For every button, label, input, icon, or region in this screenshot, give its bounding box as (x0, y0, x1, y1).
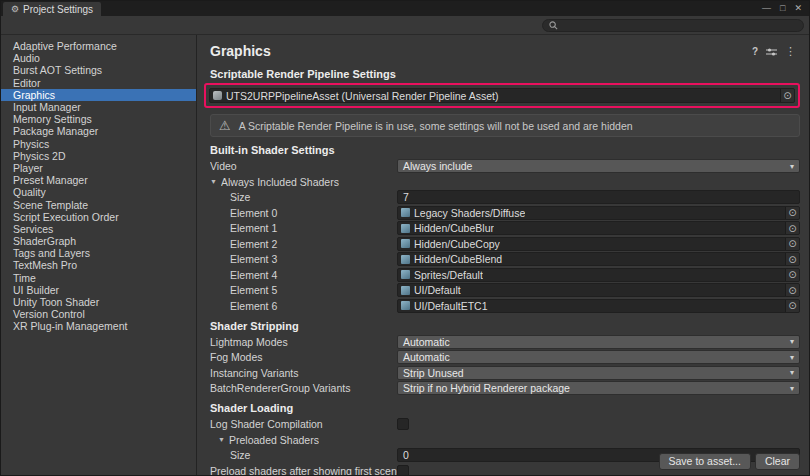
size-value: 7 (403, 191, 409, 203)
sidebar-item-label: TextMesh Pro (13, 259, 77, 271)
preset-icon[interactable] (766, 47, 777, 57)
sidebar-item-label: Physics (13, 138, 49, 150)
sidebar-item-burst-aot-settings[interactable]: Burst AOT Settings (1, 64, 196, 76)
shader-object-field[interactable]: Legacy Shaders/Diffuse ⊙ (397, 206, 800, 220)
minimize-button[interactable]: — (762, 4, 771, 13)
sidebar-item-physics[interactable]: Physics (1, 138, 196, 150)
object-picker-icon[interactable]: ⊙ (785, 269, 799, 281)
stripping-dropdown[interactable]: Automatic ▾ (397, 350, 800, 364)
video-row: Video Always include ▾ (210, 159, 800, 173)
preloaded-shaders-foldout[interactable]: ▼ Preloaded Shaders (218, 433, 800, 447)
chevron-down-icon: ▾ (790, 353, 794, 362)
shader-object-value: Hidden/CubeBlur (414, 222, 494, 234)
object-picker-icon[interactable]: ⊙ (785, 238, 799, 250)
maximize-button[interactable]: □ (780, 4, 785, 13)
sidebar-item-label: Physics 2D (13, 150, 66, 162)
page-title: Graphics (210, 43, 800, 59)
stripping-label: Instancing Variants (210, 367, 397, 379)
stripping-label: Fog Modes (210, 351, 397, 363)
object-picker-icon[interactable]: ⊙ (785, 207, 799, 219)
stripping-dropdown[interactable]: Automatic ▾ (397, 335, 800, 349)
sidebar-item-version-control[interactable]: Version Control (1, 308, 196, 320)
sidebar-item-label: Scene Template (13, 199, 88, 211)
sidebar-item-quality[interactable]: Quality (1, 186, 196, 198)
object-picker-icon[interactable]: ⊙ (785, 253, 799, 265)
close-button[interactable]: ✕ (794, 4, 802, 13)
chevron-down-icon: ▾ (790, 368, 794, 377)
shaders-size-row: Size 7 (210, 190, 800, 204)
sidebar-item-graphics[interactable]: Graphics (1, 89, 196, 101)
sidebar-item-audio[interactable]: Audio (1, 52, 196, 64)
sidebar-item-services[interactable]: Services (1, 223, 196, 235)
object-picker-icon[interactable]: ⊙ (785, 300, 799, 312)
foldout-triangle-icon: ▼ (218, 436, 229, 443)
stripping-dropdown[interactable]: Strip if no Hybrid Renderer package ▾ (397, 381, 800, 395)
annotation-highlight: UTS2URPPipelineAsset (Universal Render P… (204, 83, 800, 108)
sidebar-item-adaptive-performance[interactable]: Adaptive Performance (1, 40, 196, 52)
srp-asset-value: UTS2URPPipelineAsset (Universal Render P… (226, 90, 499, 102)
sidebar-item-memory-settings[interactable]: Memory Settings (1, 113, 196, 125)
sidebar-item-shadergraph[interactable]: ShaderGraph (1, 235, 196, 247)
shader-object-field[interactable]: Hidden/CubeCopy ⊙ (397, 237, 800, 251)
shader-object-value: Hidden/CubeBlend (414, 253, 502, 265)
shader-object-field[interactable]: Sprites/Default ⊙ (397, 268, 800, 282)
more-menu-icon[interactable]: ⋮ (785, 46, 796, 57)
clear-button[interactable]: Clear (755, 453, 800, 470)
srp-asset-field[interactable]: UTS2URPPipelineAsset (Universal Render P… (209, 88, 795, 103)
preloaded-shaders-label: Preloaded Shaders (229, 434, 319, 446)
titlebar: ⚙ Project Settings — □ ✕ (1, 1, 809, 16)
sidebar-item-textmesh-pro[interactable]: TextMesh Pro (1, 259, 196, 271)
chevron-down-icon: ▾ (790, 162, 794, 171)
save-to-asset-button[interactable]: Save to asset... (659, 453, 751, 470)
element-label: Element 1 (230, 222, 397, 234)
sidebar-item-editor[interactable]: Editor (1, 77, 196, 89)
shader-object-field[interactable]: UI/Default ⊙ (397, 283, 800, 297)
warning-icon: ⚠ (219, 119, 231, 132)
foldout-label: Always Included Shaders (221, 176, 339, 188)
sidebar-item-label: ShaderGraph (13, 235, 76, 247)
shader-object-field[interactable]: Hidden/CubeBlend ⊙ (397, 252, 800, 266)
sidebar-item-tags-and-layers[interactable]: Tags and Layers (1, 247, 196, 259)
sidebar-item-label: Editor (13, 77, 40, 89)
srp-section-heading: Scriptable Render Pipeline Settings (210, 68, 800, 80)
object-picker-icon[interactable]: ⊙ (785, 284, 799, 296)
log-shader-compilation-checkbox[interactable] (397, 418, 409, 430)
object-picker-icon[interactable]: ⊙ (780, 89, 794, 102)
video-dropdown[interactable]: Always include ▾ (397, 159, 800, 173)
sidebar-item-label: XR Plug-in Management (13, 320, 127, 332)
shader-icon (401, 255, 410, 264)
stripping-rows: Lightmap Modes Automatic ▾ Fog Modes Aut… (210, 335, 800, 396)
project-settings-window: ⚙ Project Settings — □ ✕ Adaptive Perfor… (0, 0, 810, 476)
pipeline-asset-icon (213, 91, 222, 100)
help-icon[interactable]: ? (752, 47, 758, 57)
shader-icon (401, 270, 410, 279)
shader-object-value: UI/DefaultETC1 (414, 300, 488, 312)
sidebar-item-preset-manager[interactable]: Preset Manager (1, 174, 196, 186)
element-label: Element 6 (230, 300, 397, 312)
sidebar-item-input-manager[interactable]: Input Manager (1, 101, 196, 113)
dropdown-value: Strip Unused (403, 367, 464, 379)
stripping-dropdown[interactable]: Strip Unused ▾ (397, 366, 800, 380)
stripping-row: Lightmap Modes Automatic ▾ (210, 335, 800, 349)
sidebar-item-unity-toon-shader[interactable]: Unity Toon Shader (1, 296, 196, 308)
sidebar-item-xr-plug-in-management[interactable]: XR Plug-in Management (1, 320, 196, 332)
window-title: Project Settings (23, 4, 93, 15)
shader-icon (401, 208, 410, 217)
sidebar-item-player[interactable]: Player (1, 162, 196, 174)
sidebar-item-script-execution-order[interactable]: Script Execution Order (1, 211, 196, 223)
sidebar-item-scene-template[interactable]: Scene Template (1, 198, 196, 210)
shader-element-row: Element 4 Sprites/Default ⊙ (210, 268, 800, 282)
shader-object-field[interactable]: Hidden/CubeBlur ⊙ (397, 221, 800, 235)
search-input[interactable] (542, 19, 804, 32)
sidebar-item-time[interactable]: Time (1, 272, 196, 284)
always-included-shaders-foldout[interactable]: ▼ Always Included Shaders (210, 175, 800, 189)
shaders-size-field[interactable]: 7 (397, 190, 800, 204)
sidebar-item-package-manager[interactable]: Package Manager (1, 125, 196, 137)
preload-after-checkbox[interactable] (397, 465, 409, 476)
sidebar-item-label: Services (13, 223, 53, 235)
window-tab[interactable]: ⚙ Project Settings (3, 2, 101, 16)
sidebar-item-physics-2d[interactable]: Physics 2D (1, 150, 196, 162)
sidebar-item-ui-builder[interactable]: UI Builder (1, 284, 196, 296)
object-picker-icon[interactable]: ⊙ (785, 222, 799, 234)
shader-object-field[interactable]: UI/DefaultETC1 ⊙ (397, 299, 800, 313)
